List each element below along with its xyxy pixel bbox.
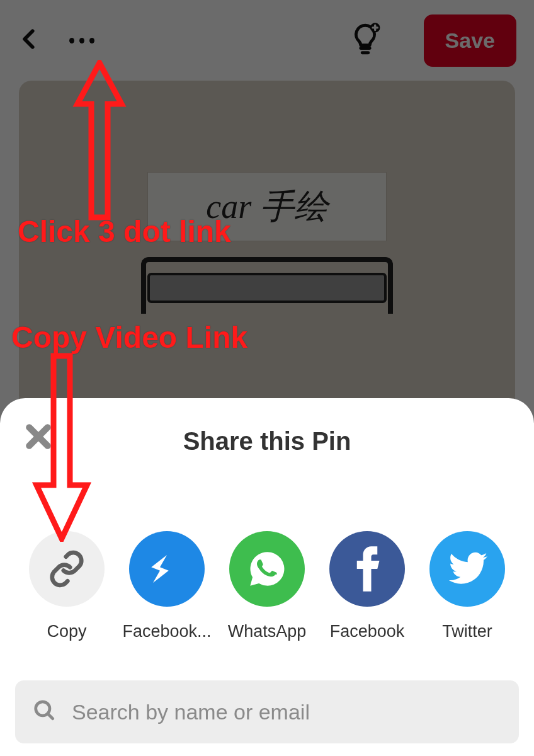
share-option-label: WhatsApp — [219, 622, 315, 641]
share-option-label: Facebook... — [119, 622, 215, 641]
share-sheet-title: Share this Pin — [15, 427, 519, 455]
share-option-whatsapp[interactable]: WhatsApp — [219, 531, 315, 641]
messenger-icon — [129, 531, 205, 607]
share-option-label: Twitter — [419, 622, 515, 641]
share-options-row: Copy Facebook... WhatsApp Facebook — [15, 531, 519, 641]
svg-line-4 — [48, 714, 53, 719]
share-option-twitter[interactable]: Twitter — [419, 531, 515, 641]
search-input[interactable] — [72, 700, 501, 724]
share-option-label: Copy — [19, 622, 115, 641]
share-sheet: Share this Pin Copy Facebook... — [0, 398, 534, 756]
share-option-label: Facebook — [319, 622, 415, 641]
facebook-icon — [329, 531, 405, 607]
share-option-copy[interactable]: Copy — [19, 531, 115, 641]
share-search-bar[interactable] — [15, 680, 519, 743]
close-icon[interactable] — [23, 421, 54, 455]
share-option-facebook[interactable]: Facebook — [319, 531, 415, 641]
share-option-messenger[interactable]: Facebook... — [119, 531, 215, 641]
copy-link-icon — [29, 531, 105, 607]
twitter-icon — [429, 531, 505, 607]
whatsapp-icon — [229, 531, 305, 607]
search-icon — [33, 699, 57, 725]
